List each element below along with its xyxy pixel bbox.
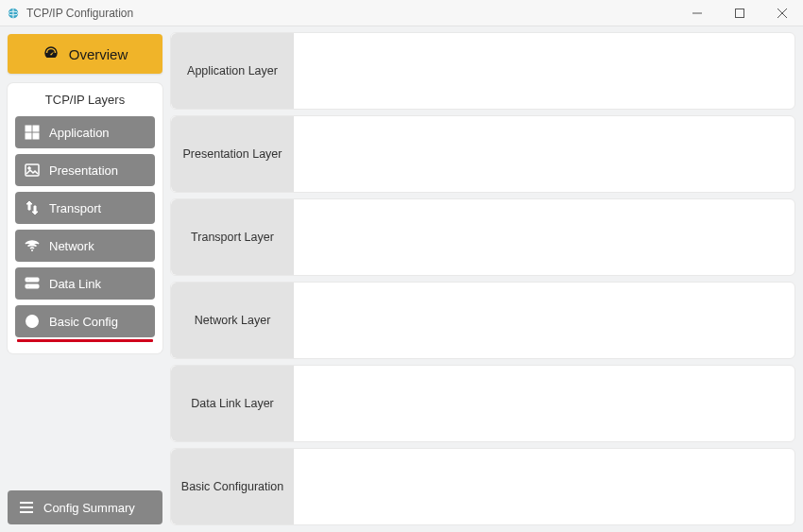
overview-label: Overview	[69, 46, 128, 62]
svg-rect-9	[33, 133, 39, 139]
globe-icon	[25, 314, 40, 329]
svg-rect-6	[26, 126, 31, 131]
sidebar-item-presentation[interactable]: Presentation	[15, 154, 155, 186]
sidebar-item-label: Presentation	[49, 163, 118, 178]
layers-card-title: TCP/IP Layers	[15, 93, 155, 107]
titlebar: TCP/IP Configuration	[0, 0, 803, 26]
layer-row-network: Network Layer	[170, 282, 795, 359]
svg-rect-7	[33, 126, 39, 131]
grid-icon	[25, 125, 40, 140]
main-panel: Application Layer Presentation Layer Tra…	[170, 26, 803, 532]
window-title: TCP/IP Configuration	[26, 7, 133, 20]
overview-button[interactable]: Overview	[8, 34, 162, 74]
close-button[interactable]	[760, 0, 803, 26]
layer-row-content	[294, 116, 794, 192]
server-icon	[25, 276, 40, 291]
svg-point-12	[31, 249, 33, 251]
layer-row-label: Presentation Layer	[171, 116, 294, 192]
svg-point-11	[28, 167, 31, 170]
maximize-button[interactable]	[718, 0, 760, 26]
image-icon	[25, 163, 40, 178]
layer-row-label: Data Link Layer	[171, 366, 294, 441]
window-controls	[675, 0, 803, 26]
sidebar-item-basicconfig[interactable]: Basic Config	[15, 305, 155, 337]
layer-row-label: Transport Layer	[171, 199, 294, 275]
layer-row-content	[294, 283, 794, 358]
svg-point-15	[27, 279, 29, 281]
layer-row-application: Application Layer	[170, 32, 795, 110]
layer-row-content	[294, 199, 794, 275]
layer-row-content	[294, 33, 794, 109]
svg-rect-20	[20, 502, 33, 504]
layer-row-content	[294, 449, 794, 524]
layers-card: TCP/IP Layers Application Presentation T…	[8, 83, 162, 353]
layer-row-presentation: Presentation Layer	[170, 115, 795, 193]
sidebar-item-label: Data Link	[49, 277, 101, 291]
minimize-button[interactable]	[675, 0, 718, 26]
layer-row-basicconfig: Basic Configuration	[170, 448, 795, 525]
highlight-underline	[17, 339, 153, 342]
sidebar-item-label: Basic Config	[49, 315, 118, 329]
sidebar-item-label: Network	[49, 239, 94, 253]
config-summary-label: Config Summary	[43, 501, 135, 515]
sidebar-item-transport[interactable]: Transport	[15, 192, 155, 224]
arrows-icon	[25, 200, 40, 215]
sidebar-item-application[interactable]: Application	[15, 116, 155, 148]
svg-rect-10	[26, 164, 39, 176]
config-summary-button[interactable]: Config Summary	[8, 490, 162, 524]
layer-row-content	[294, 366, 794, 441]
svg-rect-21	[20, 506, 33, 508]
svg-rect-22	[20, 511, 33, 513]
wifi-icon	[25, 238, 40, 253]
list-icon	[19, 500, 34, 515]
sidebar-item-network[interactable]: Network	[15, 230, 155, 262]
layer-row-datalink: Data Link Layer	[170, 365, 795, 442]
dashboard-icon	[43, 44, 60, 64]
svg-point-16	[27, 285, 29, 287]
sidebar-item-datalink[interactable]: Data Link	[15, 267, 155, 300]
svg-rect-8	[26, 133, 31, 139]
layer-row-transport: Transport Layer	[170, 198, 795, 276]
layer-row-label: Application Layer	[171, 33, 294, 109]
layer-row-label: Basic Configuration	[171, 449, 294, 524]
app-icon	[6, 6, 21, 21]
layer-row-label: Network Layer	[171, 283, 294, 358]
sidebar-item-label: Transport	[49, 201, 101, 215]
sidebar: Overview TCP/IP Layers Application Prese…	[0, 26, 170, 532]
sidebar-item-label: Application	[49, 126, 110, 140]
svg-rect-3	[735, 9, 743, 17]
